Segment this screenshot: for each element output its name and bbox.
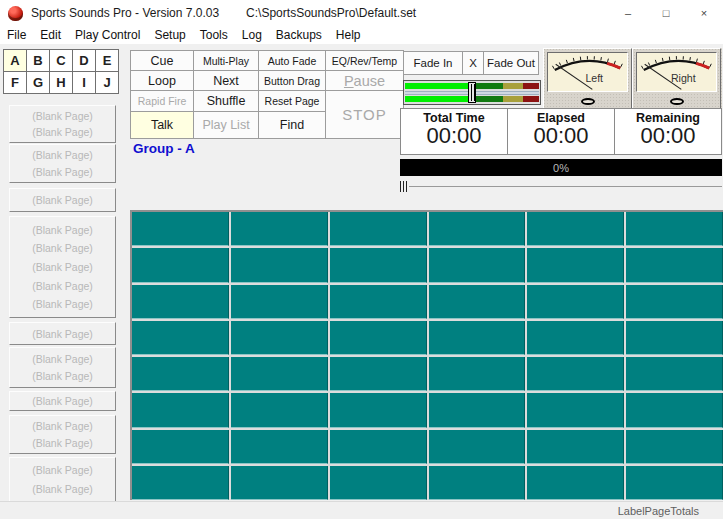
sound-button[interactable] — [626, 248, 723, 282]
page-button[interactable]: (Blank Page) — [10, 328, 115, 340]
minimize-button[interactable]: – — [609, 0, 647, 26]
sound-button[interactable] — [132, 357, 229, 391]
sound-button[interactable] — [527, 248, 624, 282]
sound-button[interactable] — [330, 248, 427, 282]
sound-button[interactable] — [231, 393, 328, 427]
loop-button[interactable]: Loop — [131, 71, 193, 90]
seek-thumb[interactable] — [400, 181, 409, 192]
page-button[interactable]: (Blank Page) — [10, 420, 115, 432]
menu-item-tools[interactable]: Tools — [193, 28, 235, 42]
page-button-group[interactable]: (Blank Page)(Blank Page) — [9, 144, 116, 183]
page-button[interactable]: (Blank Page) — [10, 110, 115, 122]
page-button[interactable]: (Blank Page) — [10, 395, 115, 407]
page-button-group[interactable]: (Blank Page)(Blank Page) — [9, 415, 116, 454]
cue-button[interactable]: Cue — [131, 51, 193, 70]
sound-button[interactable] — [132, 466, 229, 500]
drag-button[interactable]: Button Drag — [259, 71, 325, 90]
multi-button[interactable]: Multi-Play — [194, 51, 258, 70]
sound-button[interactable] — [330, 321, 427, 355]
sound-button[interactable] — [429, 357, 526, 391]
group-button-c[interactable]: C — [50, 50, 72, 71]
page-button[interactable]: (Blank Page) — [10, 280, 115, 292]
next-button[interactable]: Next — [194, 71, 258, 90]
menu-item-file[interactable]: File — [0, 28, 33, 42]
sound-button[interactable] — [626, 357, 723, 391]
page-button-group[interactable]: (Blank Page) — [9, 188, 116, 212]
page-button[interactable]: (Blank Page) — [10, 437, 115, 449]
sound-button[interactable] — [330, 466, 427, 500]
shuffle-button[interactable]: Shuffle — [194, 91, 258, 111]
sound-button[interactable] — [132, 321, 229, 355]
sound-button[interactable] — [231, 357, 328, 391]
page-button-group[interactable]: (Blank Page) — [9, 391, 116, 411]
find-button[interactable]: Find — [259, 112, 325, 138]
sound-button[interactable] — [132, 212, 229, 246]
sound-button[interactable] — [231, 285, 328, 319]
page-button[interactable]: (Blank Page) — [10, 242, 115, 254]
sound-button[interactable] — [231, 466, 328, 500]
sound-button[interactable] — [429, 393, 526, 427]
sound-button[interactable] — [132, 248, 229, 282]
close-button[interactable]: × — [685, 0, 723, 26]
group-button-g[interactable]: G — [27, 72, 49, 93]
group-button-d[interactable]: D — [73, 50, 95, 71]
page-button-group[interactable]: (Blank Page)(Blank Page) — [9, 457, 116, 502]
sound-button[interactable] — [626, 212, 723, 246]
pause-button[interactable]: Pause — [326, 71, 403, 90]
fade-out-button[interactable]: Fade Out — [483, 51, 539, 75]
fade-in-button[interactable]: Fade In — [403, 51, 463, 75]
menu-item-log[interactable]: Log — [235, 28, 269, 42]
menu-item-backups[interactable]: Backups — [269, 28, 329, 42]
menu-item-edit[interactable]: Edit — [33, 28, 68, 42]
sound-button[interactable] — [330, 393, 427, 427]
sound-button[interactable] — [429, 430, 526, 464]
page-button-group[interactable]: (Blank Page) — [9, 322, 116, 345]
page-button[interactable]: (Blank Page) — [10, 370, 115, 382]
sound-button[interactable] — [231, 430, 328, 464]
page-button[interactable]: (Blank Page) — [10, 261, 115, 273]
sound-button[interactable] — [527, 393, 624, 427]
page-button-group[interactable]: (Blank Page)(Blank Page) — [9, 347, 116, 388]
sound-button[interactable] — [429, 212, 526, 246]
sound-button[interactable] — [626, 430, 723, 464]
sound-button[interactable] — [231, 321, 328, 355]
page-button[interactable]: (Blank Page) — [10, 126, 115, 138]
sound-button[interactable] — [132, 285, 229, 319]
menu-item-setup[interactable]: Setup — [147, 28, 192, 42]
sound-button[interactable] — [330, 357, 427, 391]
volume-slider[interactable] — [403, 80, 541, 105]
sound-button[interactable] — [429, 248, 526, 282]
page-button[interactable]: (Blank Page) — [10, 464, 115, 476]
page-button[interactable]: (Blank Page) — [10, 353, 115, 365]
page-button-group[interactable]: (Blank Page)(Blank Page)(Blank Page)(Bla… — [9, 216, 116, 318]
sound-button[interactable] — [429, 321, 526, 355]
eq-button[interactable]: EQ/Rev/Temp — [326, 51, 403, 70]
reset-button[interactable]: Reset Page — [259, 91, 325, 111]
group-button-h[interactable]: H — [50, 72, 72, 93]
talk-button[interactable]: Talk — [131, 112, 193, 138]
page-button[interactable]: (Blank Page) — [10, 483, 115, 495]
sound-button[interactable] — [527, 212, 624, 246]
sound-button[interactable] — [132, 393, 229, 427]
group-button-e[interactable]: E — [96, 50, 118, 71]
page-button[interactable]: (Blank Page) — [10, 298, 115, 310]
sound-button[interactable] — [231, 212, 328, 246]
sound-button[interactable] — [527, 321, 624, 355]
sound-button[interactable] — [231, 248, 328, 282]
page-button[interactable]: (Blank Page) — [10, 194, 115, 206]
stop-button[interactable]: STOP — [326, 91, 403, 138]
fade-cancel-button[interactable]: X — [462, 51, 484, 75]
group-button-b[interactable]: B — [27, 50, 49, 71]
sound-button[interactable] — [626, 466, 723, 500]
maximize-button[interactable]: □ — [647, 0, 685, 26]
menu-item-play-control[interactable]: Play Control — [68, 28, 147, 42]
sound-button[interactable] — [527, 466, 624, 500]
sound-button[interactable] — [626, 393, 723, 427]
sound-button[interactable] — [626, 321, 723, 355]
sound-button[interactable] — [527, 357, 624, 391]
rapid-button[interactable]: Rapid Fire — [131, 91, 193, 111]
page-button[interactable]: (Blank Page) — [10, 166, 115, 178]
menu-item-help[interactable]: Help — [329, 28, 368, 42]
volume-thumb[interactable] — [468, 82, 476, 103]
group-button-i[interactable]: I — [73, 72, 95, 93]
